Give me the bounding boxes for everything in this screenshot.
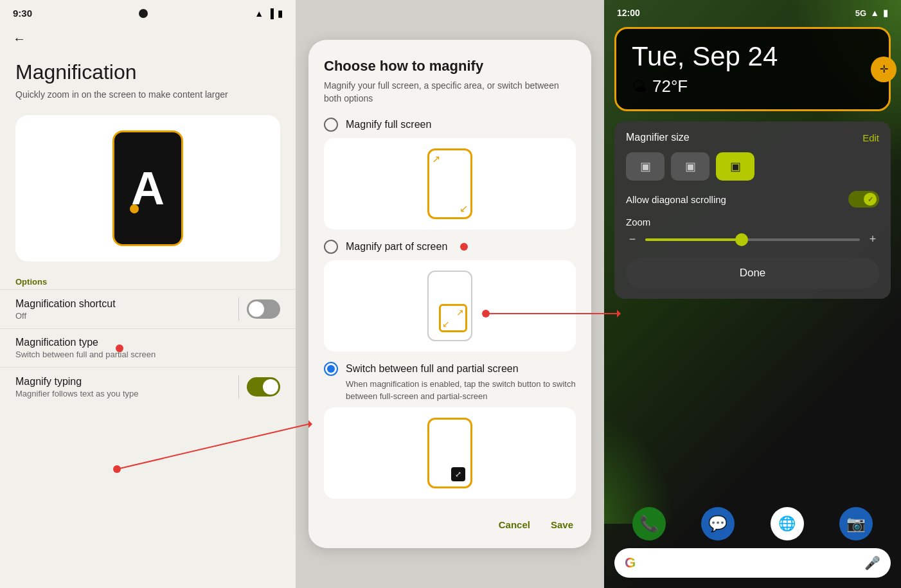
wifi-icon: ▲ — [254, 8, 263, 19]
app-icon-messages[interactable]: 💬 — [701, 507, 735, 540]
setting-item-typing[interactable]: Magnify typing Magnifier follows text as… — [0, 367, 296, 406]
phone-icon-switch: ⤢ — [427, 418, 472, 488]
radio-circle-fullscreen[interactable] — [324, 118, 338, 132]
save-button[interactable]: Save — [548, 514, 576, 535]
size-btn-medium[interactable]: ▣ — [671, 152, 709, 181]
size-options: ▣ ▣ ▣ — [626, 152, 879, 181]
diagonal-toggle[interactable]: ✓ — [848, 191, 879, 208]
dialog-title: Choose how to magnify — [324, 58, 576, 75]
phone-app-icon: 📞 — [639, 515, 659, 533]
cancel-button[interactable]: Cancel — [496, 514, 533, 535]
size-small-icon: ▣ — [640, 159, 651, 174]
zoom-control: − + — [626, 233, 879, 246]
phone-mini-letter: A — [131, 162, 165, 215]
google-search-bar[interactable]: G 🎤 — [614, 548, 891, 578]
size-medium-icon: ▣ — [685, 159, 696, 174]
magnify-box: ↙ ↗ — [439, 304, 467, 332]
signal-icon: ▐ — [267, 8, 274, 19]
arrow-dot-partial — [460, 243, 468, 251]
typing-toggle[interactable] — [247, 377, 280, 396]
radio-text-partial: Magnify part of screen — [346, 241, 447, 253]
radio-label-fullscreen: Magnify full screen — [324, 118, 576, 132]
status-icons: ▲ ▐ ▮ — [254, 8, 283, 19]
radio-text-fullscreen: Magnify full screen — [346, 119, 431, 130]
option-preview-partial: ↙ ↗ — [324, 260, 576, 352]
phone-status-icons: 5G ▲ ▮ — [855, 8, 888, 18]
bottom-dock: 📞 💬 🌐 📷 G 🎤 — [604, 502, 901, 588]
phone-time: 12:00 — [617, 8, 640, 18]
shortcut-toggle[interactable] — [247, 299, 280, 319]
zoom-slider-fill — [645, 238, 742, 241]
dialog-desc: Magnify your full screen, a specific are… — [324, 80, 576, 105]
radio-circle-partial[interactable] — [324, 240, 338, 254]
magnifier-panel: Magnifier size Edit ▣ ▣ ▣ Allow diagonal… — [614, 121, 891, 299]
phone-preview-container: A — [15, 115, 280, 262]
zoom-slider[interactable] — [645, 238, 860, 241]
size-btn-large[interactable]: ▣ — [716, 152, 754, 181]
setting-item-type-left: Magnification type Switch between full a… — [15, 337, 280, 359]
phone-5g-icon: 5G — [855, 8, 866, 18]
zoom-slider-thumb[interactable] — [735, 233, 748, 246]
page-title: Magnification — [0, 50, 296, 87]
setting-typing-right — [238, 375, 280, 398]
back-button[interactable]: ← — [0, 22, 296, 50]
magnifier-edit-button[interactable]: Edit — [862, 132, 879, 143]
divider — [238, 298, 239, 321]
check-icon: ✓ — [868, 195, 873, 204]
weather-temp: 72°F — [652, 76, 688, 96]
magnifier-size-label: Magnifier size — [626, 132, 690, 143]
mic-icon[interactable]: 🎤 — [864, 555, 880, 571]
toggle-green-thumb: ✓ — [864, 193, 877, 206]
app-icon-chrome[interactable]: 🌐 — [771, 507, 804, 540]
setting-item-type[interactable]: Magnification type Switch between full a… — [0, 328, 296, 367]
phone-mini: A — [112, 130, 183, 246]
setting-shortcut-desc: Off — [15, 311, 238, 321]
clock-widget: Tue, Sep 24 🌤 72°F ✛ — [614, 27, 891, 111]
app-icon-phone[interactable]: 📞 — [632, 507, 666, 540]
arrow-br: ↙ — [459, 202, 468, 215]
zoom-plus-button[interactable]: + — [866, 233, 879, 246]
switch-icon-inner: ⤢ — [455, 470, 461, 479]
radio-label-partial: Magnify part of screen — [324, 240, 576, 254]
radio-circle-switch[interactable] — [324, 362, 338, 376]
option-preview-switch: ⤢ — [324, 407, 576, 499]
option-preview-fullscreen: ↗ ↙ — [324, 138, 576, 229]
arrow-tl: ↗ — [432, 153, 440, 165]
setting-type-title: Magnification type — [15, 337, 280, 348]
switch-desc: When magnification is enabled, tap the s… — [346, 379, 576, 402]
messages-app-icon: 💬 — [708, 515, 727, 533]
dock-apps: 📞 💬 🌐 📷 — [614, 507, 891, 540]
magnify-tr: ↗ — [456, 307, 464, 317]
clock-weather: 🌤 72°F — [632, 76, 873, 96]
dialog-panel: Choose how to magnify Magnify your full … — [296, 0, 604, 588]
clock-date: Tue, Sep 24 — [632, 42, 873, 71]
setting-shortcut-title: Magnification shortcut — [15, 298, 238, 310]
zoom-minus-button[interactable]: − — [626, 233, 639, 246]
page-subtitle: Quickly zoom in on the screen to make co… — [0, 87, 296, 110]
radio-option-switch[interactable]: Switch between full and partial screen W… — [324, 362, 576, 498]
options-label: Options — [0, 272, 296, 289]
toggle-thumb-typing — [263, 379, 278, 395]
radio-text-switch: Switch between full and partial screen — [346, 363, 519, 375]
phone-icon-full: ↗ ↙ — [427, 148, 472, 219]
zoom-row: Zoom − + — [626, 217, 879, 246]
phone-status-bar: 12:00 5G ▲ ▮ — [604, 0, 901, 22]
camera-app-icon: 📷 — [846, 515, 866, 533]
weather-icon: 🌤 — [632, 78, 647, 96]
magnifier-title-row: Magnifier size Edit — [626, 132, 879, 143]
app-icon-camera[interactable]: 📷 — [839, 507, 873, 540]
radio-option-partial[interactable]: Magnify part of screen ↙ ↗ — [324, 240, 576, 352]
phone-wifi-icon: ▲ — [870, 8, 879, 18]
toggle-thumb — [249, 301, 264, 317]
radio-label-switch: Switch between full and partial screen — [324, 362, 576, 376]
chrome-app-icon: 🌐 — [778, 515, 796, 532]
size-btn-small[interactable]: ▣ — [626, 152, 665, 181]
setting-item-shortcut[interactable]: Magnification shortcut Off — [0, 289, 296, 328]
done-button[interactable]: Done — [626, 258, 879, 289]
move-icon: ✛ — [880, 63, 888, 75]
phone-content: Tue, Sep 24 🌤 72°F ✛ Magnifier size Edit… — [604, 22, 901, 502]
move-button[interactable]: ✛ — [871, 57, 897, 82]
radio-option-fullscreen[interactable]: Magnify full screen ↗ ↙ — [324, 118, 576, 229]
camera-dot — [139, 9, 148, 18]
phone-battery-icon: ▮ — [883, 8, 888, 18]
